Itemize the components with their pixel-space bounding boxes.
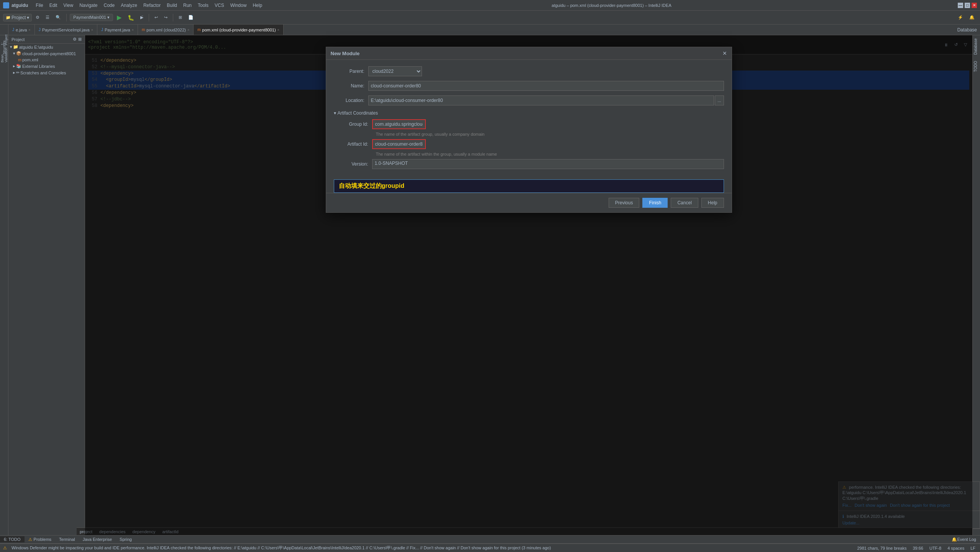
group-id-input[interactable]: [372, 119, 426, 129]
menu-refactor[interactable]: Refactor: [140, 2, 164, 9]
status-text[interactable]: Windows Defender might be impacting your…: [10, 545, 552, 551]
tab-ejava[interactable]: J e.java ×: [8, 25, 35, 35]
autocomplete-popup[interactable]: 自动填来交过的groupid: [334, 179, 724, 193]
tab-pom-cloud2022-close[interactable]: ×: [187, 28, 189, 32]
artifact-section-header[interactable]: ▾ Artifact Coordinates: [334, 110, 724, 116]
tree-pom[interactable]: m pom.xml: [8, 57, 85, 63]
tab-pom-payment[interactable]: m pom.xml (cloud-provider-payment8001) ×: [194, 25, 284, 35]
database-tab[interactable]: Database: [954, 27, 980, 33]
menu-run[interactable]: Run: [180, 2, 195, 9]
cancel-btn[interactable]: Cancel: [671, 198, 698, 208]
tree-pom-spacer: [16, 58, 17, 62]
problems-icon: ⚠: [28, 537, 32, 542]
menu-help[interactable]: Help: [250, 2, 265, 9]
menu-bar: atguidu File Edit View Navigate Code Ana…: [0, 0, 980, 11]
artifact-section-content: Group Id: The name of the artifact group…: [334, 119, 724, 169]
debug-btn[interactable]: 🐛: [125, 13, 136, 22]
tree-ext-label: External Libraries: [22, 64, 55, 69]
right-sidebar-db-label[interactable]: Database: [973, 35, 980, 58]
file-btn[interactable]: 📄: [186, 14, 196, 21]
menu-code[interactable]: Code: [101, 2, 118, 9]
menu-navigate[interactable]: Navigate: [76, 2, 100, 9]
menu-window[interactable]: Window: [227, 2, 250, 9]
expand-icon[interactable]: ⊞: [78, 37, 82, 42]
minimize-btn[interactable]: —: [958, 3, 963, 8]
previous-btn[interactable]: Previous: [609, 198, 640, 208]
sidebar-bookmarks-icon[interactable]: Bean Validation: [1, 52, 7, 58]
name-input[interactable]: [368, 81, 724, 91]
artifact-section: ▾ Artifact Coordinates Group Id: The nam…: [334, 110, 724, 169]
dialog-close-btn[interactable]: ✕: [722, 50, 727, 56]
maximize-btn[interactable]: □: [965, 3, 970, 8]
run-config-dropdown[interactable]: PaymentMain001 ▾: [70, 14, 113, 21]
event-log-label: Event Log: [957, 537, 976, 542]
tree-root[interactable]: ▾ 📁 atguidu E:\atguidu: [8, 44, 85, 50]
menu-analyze[interactable]: Analyze: [118, 2, 140, 9]
dialog-body: Parent: cloud2022 Name: Location: ...: [326, 60, 732, 179]
layout-btn[interactable]: ☰: [43, 14, 52, 21]
sep1: [66, 14, 67, 21]
window-controls: — □ ✕: [958, 3, 977, 8]
bottom-tab-problems[interactable]: ⚠ Problems: [25, 536, 55, 543]
dialog-footer: Previous Finish Cancel Help: [326, 193, 732, 212]
tree-external-libs[interactable]: ▸ 📚 External Libraries: [8, 63, 85, 69]
menu-tools[interactable]: Tools: [195, 2, 212, 9]
structure-btn[interactable]: ⊞: [176, 14, 184, 21]
status-line-sep[interactable]: LF: [969, 546, 977, 550]
status-position[interactable]: 39:66: [911, 546, 925, 550]
notifications-btn[interactable]: 🔔: [967, 14, 977, 21]
sep3: [173, 14, 173, 21]
status-spaces[interactable]: 4 spaces: [946, 546, 966, 550]
group-id-row: Group Id:: [338, 119, 724, 130]
project-dropdown[interactable]: 📁 Project ▾: [3, 14, 32, 21]
status-right: 2981 chars, 79 line breaks 39:66 UTF-8 4…: [855, 546, 977, 550]
tab-payment-java[interactable]: J Payment.java ×: [97, 25, 138, 35]
search-btn[interactable]: 🔍: [53, 14, 63, 21]
problems-tab-label: Problems: [34, 537, 51, 542]
coverage-btn[interactable]: ▶̈: [138, 14, 146, 21]
status-encoding[interactable]: UTF-8: [928, 546, 943, 550]
location-browse-btn[interactable]: ...: [715, 95, 724, 105]
redo-btn[interactable]: ↪: [162, 14, 170, 21]
tab-pom-cloud2022[interactable]: m pom.xml (cloud2022) ×: [138, 25, 194, 35]
run-btn[interactable]: ▶: [115, 13, 124, 22]
tab-ejava-close[interactable]: ×: [28, 28, 30, 32]
menu-vcs[interactable]: VCS: [212, 2, 227, 9]
finish-btn[interactable]: Finish: [642, 198, 668, 208]
content-area: <?xml version="1.0" encoding="UTF-8"?> <…: [85, 35, 972, 535]
sep2: [149, 14, 149, 21]
gear-icon[interactable]: ⚙: [73, 37, 77, 42]
tab-payment-java-close[interactable]: ×: [132, 28, 134, 32]
location-input[interactable]: [368, 95, 714, 105]
tab-payment-service-close[interactable]: ×: [91, 28, 93, 32]
menu-edit[interactable]: Edit: [46, 2, 61, 9]
status-chars[interactable]: 2981 chars, 79 line breaks: [855, 546, 908, 550]
group-id-hint: The name of the artifact group, usually …: [376, 132, 724, 136]
bottom-tab-terminal[interactable]: Terminal: [55, 536, 79, 542]
bottom-tab-java-enterprise[interactable]: Java Enterprise: [79, 536, 116, 542]
artifact-id-input[interactable]: [372, 139, 426, 149]
power-save-btn[interactable]: ⚡: [955, 14, 965, 21]
bottom-tab-todo[interactable]: 6: TODO: [0, 536, 25, 542]
menu-file[interactable]: File: [33, 2, 46, 9]
tab-payment-service-icon: J: [39, 28, 41, 32]
right-sidebar-todo-label[interactable]: TODO: [973, 58, 980, 75]
tree-module[interactable]: ▾ 📦 cloud-provider-payment8001: [8, 50, 85, 57]
parent-select[interactable]: cloud2022: [368, 66, 422, 76]
tree-module-label: cloud-provider-payment8001: [22, 51, 76, 56]
location-label: Location:: [334, 98, 368, 103]
tab-pom-payment-icon: m: [197, 28, 200, 32]
tree-scratch-icon: ✏: [16, 70, 20, 75]
tab-pom-payment-close[interactable]: ×: [277, 28, 279, 32]
menu-view[interactable]: View: [60, 2, 76, 9]
settings-btn[interactable]: ⚙: [33, 14, 42, 21]
event-log-btn[interactable]: 🔔 Event Log: [948, 537, 980, 542]
tab-payment-service[interactable]: J PaymentServiceImpl.java ×: [35, 25, 97, 35]
bottom-tab-spring[interactable]: Spring: [116, 536, 136, 542]
close-btn[interactable]: ✕: [972, 3, 977, 8]
help-btn[interactable]: Help: [701, 198, 724, 208]
menu-build[interactable]: Build: [164, 2, 180, 9]
tree-scratches[interactable]: ▸ ✏ Scratches and Consoles: [8, 69, 85, 76]
left-sidebar: 1: Project Structure Bean Validation: [0, 35, 8, 535]
undo-btn[interactable]: ↩: [152, 14, 160, 21]
